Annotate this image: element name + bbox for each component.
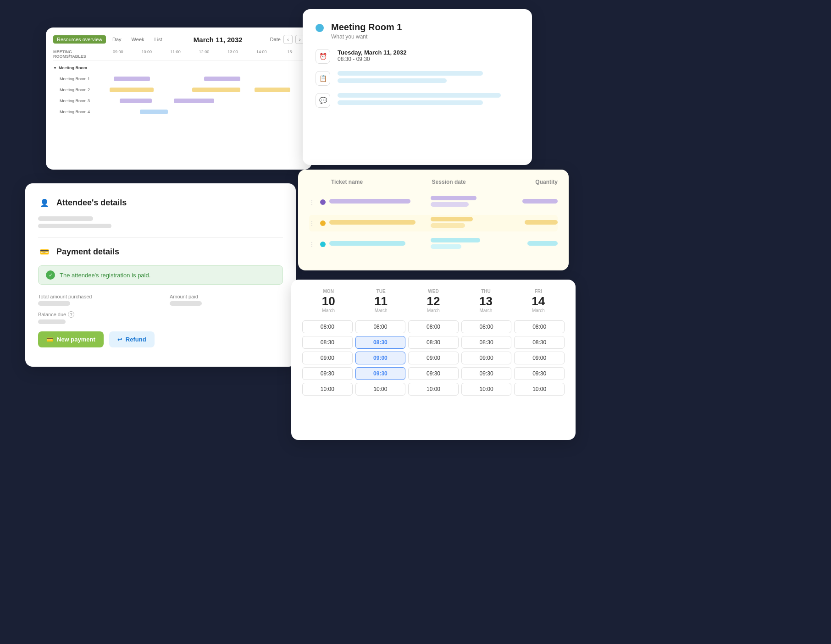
time-slot-2-2[interactable]: 09:00 [408,352,459,364]
refund-btn-icon: ↩ [117,336,122,343]
attendee-skeleton-2 [38,224,111,228]
cal-time-col-2: 08:0008:3009:0009:3010:00 [408,320,459,396]
cal-time-col-4: 08:0008:3009:0009:3010:00 [514,320,565,396]
room-3-timeline [104,96,305,106]
payment-section-title: Payment details [56,247,119,257]
cal-day-num-2: 12 [407,295,460,308]
room-4-name: Meeting Room 4 [53,110,104,114]
resources-overview-card: Resources overview Day Week List March 1… [46,28,312,170]
drag-handle-icon-2[interactable]: ⋮ [309,220,320,226]
table-row: Meeting Room 1 [53,74,305,84]
time-slot-3-3[interactable]: 09:30 [461,367,512,380]
cal-day-fri: FRI 14 March [512,289,565,313]
prev-date-btn[interactable]: ‹ [283,35,293,44]
time-slot-4-3[interactable]: 09:30 [514,367,565,380]
contact-skeleton-2 [338,78,447,83]
ticket-qty-data-1 [507,199,558,205]
ticket-name-data-3 [329,241,431,248]
time-slot-1-1[interactable]: 08:30 [355,336,406,349]
new-payment-button[interactable]: 💳 New payment [38,331,104,347]
time-col-0: 09:00 [104,50,133,59]
time-slot-3-4[interactable]: 10:00 [461,383,512,396]
contact-skeleton-1 [338,71,483,76]
time-slot-2-1[interactable]: 08:30 [408,336,459,349]
tab-resources-overview[interactable]: Resources overview [53,35,106,44]
time-slot-0-4[interactable]: 10:00 [302,383,353,396]
time-slot-3-1[interactable]: 08:30 [461,336,512,349]
group-timeline [104,63,305,73]
room-group-row: ▼ Meeting Room [53,63,305,73]
time-slot-0-0[interactable]: 08:00 [302,320,353,333]
time-slot-0-3[interactable]: 09:30 [302,367,353,380]
amount-paid-label: Amount paid [170,294,283,299]
calendar-time-grid: 08:0008:3009:0009:3010:0008:0008:3009:00… [302,320,565,396]
cal-day-name-4: FRI [512,289,565,294]
drag-handle-icon[interactable]: ⋮ [309,199,320,205]
ticket-qty-bar-3 [527,241,558,246]
meeting-contact-row: 📋 [316,71,519,86]
meeting-room-detail-card: Meeting Room 1 What you want ⏰ Tuesday, … [303,9,532,165]
time-col-3: 12:00 [190,50,219,59]
time-slot-0-1[interactable]: 08:30 [302,336,353,349]
attendee-section-header: 👤 Attendee's details [38,196,283,209]
time-slot-0-2[interactable]: 09:00 [302,352,353,364]
time-slot-4-2[interactable]: 09:00 [514,352,565,364]
meeting-date: Tuesday, March 11, 2032 [338,49,519,56]
ticket-name-bar-3 [329,241,405,246]
calendar-header: MON 10 March TUE 11 March WED 12 March T… [302,289,565,313]
cal-day-month-0: March [302,308,355,313]
time-slot-3-0[interactable]: 08:00 [461,320,512,333]
balance-info-icon[interactable]: ? [68,311,74,318]
payment-icon: 💳 [38,245,51,258]
notes-skeleton-1 [338,93,501,98]
ticket-date-data-1 [431,196,507,209]
ticket-date-bar-2a [431,217,472,221]
time-slot-2-0[interactable]: 08:00 [408,320,459,333]
ticket-dot-purple [320,199,326,205]
time-slot-1-4[interactable]: 10:00 [355,383,406,396]
cal-day-name-3: THU [460,289,512,294]
group-name: Meeting Room [59,66,87,70]
time-slot-2-3[interactable]: 09:30 [408,367,459,380]
time-slot-4-1[interactable]: 08:30 [514,336,565,349]
notes-skeleton-2 [338,100,483,105]
ticket-name-bar-2 [329,220,416,225]
payment-amounts: Total amount purchased Amount paid [38,294,283,306]
refund-button[interactable]: ↩ Refund [109,331,155,347]
cal-day-wed: WED 12 March [407,289,460,313]
cal-day-name-1: TUE [355,289,407,294]
meeting-header: Meeting Room 1 What you want [316,22,519,40]
table-row: ⋮ [309,194,558,210]
cal-time-col-3: 08:0008:3009:0009:3010:00 [461,320,512,396]
time-col-4: 13:00 [218,50,247,59]
ticket-table-card: Ticket name Session date Quantity ⋮ ⋮ [298,170,569,270]
table-row: ⋮ [309,215,558,231]
time-slot-1-3[interactable]: 09:30 [355,367,406,380]
ticket-name-bar-1 [329,199,410,204]
resource-tabs: Resources overview Day Week List [53,35,166,44]
session-date-col-header: Session date [432,179,508,185]
calendar-schedule-card: MON 10 March TUE 11 March WED 12 March T… [291,280,576,440]
time-slot-4-4[interactable]: 10:00 [514,383,565,396]
drag-handle-icon-3[interactable]: ⋮ [309,241,320,248]
payment-btn-icon: 💳 [46,336,53,343]
meeting-datetime-row: ⏰ Tuesday, March 11, 2032 08:30 - 09:30 [316,49,519,64]
time-slot-2-4[interactable]: 10:00 [408,383,459,396]
time-slot-1-2[interactable]: 09:00 [355,352,406,364]
time-slot-4-0[interactable]: 08:00 [514,320,565,333]
ticket-dot-yellow [320,220,326,226]
room-1-timeline [104,74,305,84]
date-label: Date [270,37,281,42]
time-slot-3-2[interactable]: 09:00 [461,352,512,364]
tab-week[interactable]: Week [128,35,148,44]
time-slot-1-0[interactable]: 08:00 [355,320,406,333]
tab-day[interactable]: Day [109,35,125,44]
group-expand-icon[interactable]: ▼ [53,66,57,70]
cal-day-month-1: March [355,308,407,313]
amount-paid-item: Amount paid [170,294,283,306]
meeting-datetime-info: Tuesday, March 11, 2032 08:30 - 09:30 [338,49,519,62]
tab-list[interactable]: List [151,35,166,44]
amount-paid-value [170,301,202,306]
clock-icon: ⏰ [316,49,330,64]
cal-day-name-0: MON [302,289,355,294]
